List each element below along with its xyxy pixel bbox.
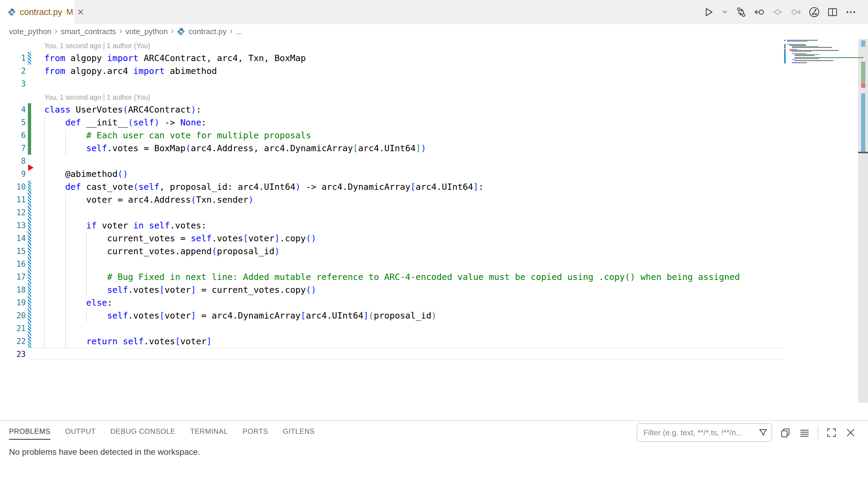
line-number[interactable]: 17 <box>0 270 26 284</box>
breadcrumb-item[interactable]: smart_contracts <box>61 27 116 36</box>
code-line[interactable]: else: <box>44 296 112 309</box>
tab-contract-py[interactable]: contract.py M <box>0 0 75 24</box>
code-token: voter <box>97 220 133 230</box>
minimap-modified-indicator <box>784 50 786 63</box>
line-number[interactable]: 11 <box>0 193 26 206</box>
code-line[interactable]: self.votes[voter] = current_votes.copy() <box>44 284 316 296</box>
line-number[interactable]: 7 <box>0 142 26 155</box>
minimap-line <box>787 41 807 42</box>
problems-filter-input[interactable] <box>643 428 758 438</box>
panel-tab-debug-console[interactable]: DEBUG CONSOLE <box>110 427 175 436</box>
editor-tab-bar: contract.py M <box>0 0 868 24</box>
code-line[interactable]: self.votes = BoxMap(arc4.Address, arc4.D… <box>44 142 426 155</box>
indent-guide <box>65 258 66 270</box>
filter-icon[interactable] <box>758 428 768 437</box>
code-line[interactable]: return self.votes[voter] <box>44 335 212 348</box>
line-number[interactable]: 20 <box>0 309 26 322</box>
minimap-added-indicator <box>784 44 786 48</box>
git-blame-lens[interactable]: You, 1 second ago | 1 author (You) <box>44 90 150 103</box>
code-line[interactable]: if voter in self.votes: <box>44 219 206 232</box>
minimap-line <box>792 53 806 54</box>
code-token: None <box>180 117 201 128</box>
code-line[interactable]: @abimethod() <box>44 168 128 181</box>
close-panel-button[interactable] <box>845 426 857 439</box>
line-number[interactable]: 4 <box>0 103 26 116</box>
line-number[interactable]: 2 <box>0 65 26 77</box>
code-line[interactable]: def __init__(self) -> None: <box>44 116 206 129</box>
maximize-panel-button[interactable] <box>826 426 837 439</box>
scrollbar[interactable] <box>858 39 868 420</box>
code-line[interactable]: voter = arc4.Address(Txn.sender) <box>44 193 253 206</box>
code-token: from <box>44 66 65 76</box>
line-number[interactable]: 12 <box>0 206 26 219</box>
code-token: ARC4Contract <box>128 104 191 115</box>
commit-graph-button[interactable] <box>808 6 820 18</box>
code-token: [ <box>301 311 306 321</box>
code-token <box>44 285 107 295</box>
line-number[interactable]: 19 <box>0 296 26 309</box>
view-as-table-button[interactable] <box>779 426 791 439</box>
breadcrumb-item[interactable]: vote_python <box>9 27 52 36</box>
code-token: voter <box>180 336 206 346</box>
code-token: : <box>196 104 201 115</box>
goto-previous-change-button[interactable] <box>753 6 765 18</box>
code-token: ) <box>431 311 436 321</box>
line-number[interactable]: 15 <box>0 245 26 258</box>
code-token <box>44 297 86 308</box>
panel-tab-ports[interactable]: PORTS <box>243 427 268 436</box>
line-number[interactable]: 3 <box>0 77 26 90</box>
line-number[interactable]: 14 <box>0 232 26 245</box>
panel-tab-output[interactable]: OUTPUT <box>65 427 96 436</box>
code-area[interactable]: You, 1 second ago | 1 author (You)1from … <box>0 39 784 361</box>
line-number[interactable]: 9 <box>0 168 26 181</box>
close-tab-button[interactable] <box>77 7 84 17</box>
code-line[interactable]: # Each user can vote for multiple propos… <box>44 129 311 142</box>
line-number[interactable]: 10 <box>0 181 26 193</box>
code-line[interactable]: self.votes[voter] = arc4.DynamicArray[ar… <box>44 309 437 322</box>
line-number[interactable]: 1 <box>0 52 26 65</box>
line-number[interactable]: 13 <box>0 219 26 232</box>
line-number[interactable]: 16 <box>0 258 26 270</box>
line-number[interactable]: 22 <box>0 335 26 348</box>
line-number[interactable]: 18 <box>0 284 26 296</box>
gutter-modified-indicator <box>28 52 31 65</box>
git-blame-lens[interactable]: You, 1 second ago | 1 author (You) <box>44 39 150 52</box>
code-line[interactable]: from algopy import ARC4Contract, arc4, T… <box>44 52 306 65</box>
code-line-row: 23 <box>0 348 784 361</box>
more-actions-button[interactable] <box>845 6 857 18</box>
code-editor[interactable]: You, 1 second ago | 1 author (You)1from … <box>0 39 868 420</box>
code-line[interactable]: current_votes.append(proposal_id) <box>44 245 280 258</box>
line-number[interactable]: 6 <box>0 129 26 142</box>
run-button[interactable] <box>703 6 715 18</box>
code-token: arc4.UInt64 <box>306 311 363 321</box>
code-token: def <box>65 117 81 128</box>
code-token: arc4.UInt64 <box>416 182 473 192</box>
code-token: ) <box>248 195 253 205</box>
breadcrumb-item[interactable]: vote_python <box>125 27 168 36</box>
code-line-row: 8 <box>0 155 784 168</box>
panel-tab-terminal[interactable]: TERMINAL <box>190 427 228 436</box>
line-number[interactable]: 8 <box>0 155 26 168</box>
line-number[interactable]: 23 <box>0 348 26 361</box>
breadcrumb-item[interactable]: contract.py <box>188 27 226 36</box>
line-number[interactable]: 21 <box>0 322 26 335</box>
split-editor-icon <box>827 7 838 18</box>
collapse-all-button[interactable] <box>799 426 810 439</box>
breadcrumb-item[interactable]: ... <box>236 27 242 36</box>
code-line[interactable]: # Bug Fixed in next line: Added mutable … <box>44 270 740 284</box>
code-token: current_votes.append <box>44 246 212 256</box>
minimap[interactable] <box>784 39 858 129</box>
gutter-modified-indicator <box>28 322 31 335</box>
breadcrumb-separator: › <box>120 26 122 36</box>
line-number[interactable]: 5 <box>0 116 26 129</box>
code-line[interactable]: class UserVotes(ARC4Contract): <box>44 103 201 116</box>
code-line[interactable]: current_votes = self.votes[voter].copy() <box>44 232 316 245</box>
run-dropdown-button[interactable] <box>721 6 729 18</box>
code-token <box>117 336 123 346</box>
panel-tab-problems[interactable]: PROBLEMS <box>9 427 50 436</box>
code-line[interactable]: def cast_vote(self, proposal_id: arc4.UI… <box>44 181 484 193</box>
split-editor-button[interactable] <box>826 6 838 18</box>
code-line[interactable]: from algopy.arc4 import abimethod <box>44 65 217 77</box>
compare-changes-button[interactable] <box>735 6 747 18</box>
panel-tab-gitlens[interactable]: GITLENS <box>283 427 315 436</box>
